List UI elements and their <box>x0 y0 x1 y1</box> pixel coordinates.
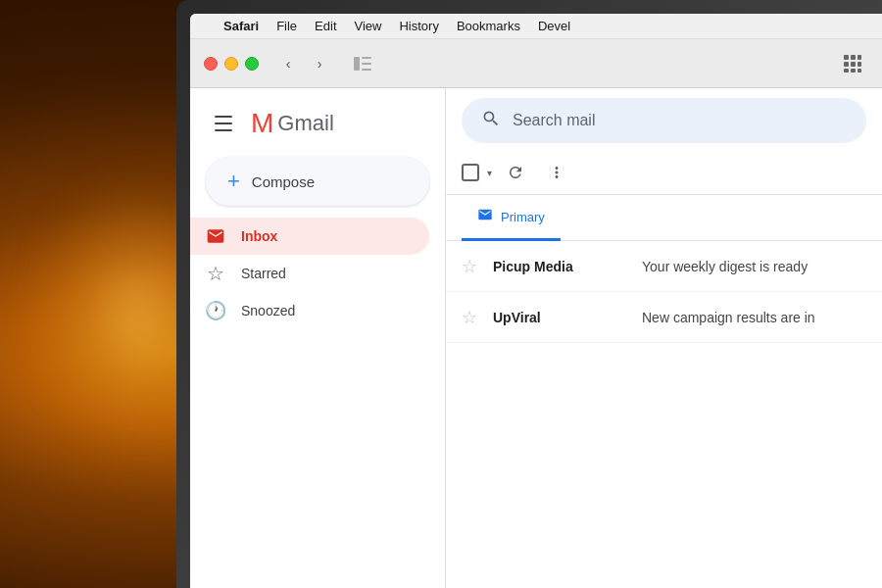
gmail-m-letter: M <box>251 110 273 137</box>
gmail-wordmark: Gmail <box>277 111 333 136</box>
forward-button[interactable]: › <box>306 51 333 76</box>
search-placeholder-text: Search mail <box>513 112 595 129</box>
inbox-icon <box>206 226 225 246</box>
menu-edit[interactable]: Edit <box>315 19 336 33</box>
menu-safari[interactable]: Safari <box>223 19 259 33</box>
svg-rect-10 <box>844 69 849 73</box>
gmail-area: M Gmail + Compose Inbox <box>190 88 882 588</box>
gmail-sidebar: M Gmail + Compose Inbox <box>190 88 445 588</box>
svg-rect-0 <box>354 57 360 71</box>
email-star-1[interactable]: ☆ <box>462 256 481 277</box>
email-sender-1: Picup Media <box>493 259 630 274</box>
compose-label: Compose <box>252 173 315 190</box>
snoozed-label: Snoozed <box>241 303 295 318</box>
menu-devel[interactable]: Devel <box>538 19 570 33</box>
svg-rect-12 <box>858 69 861 73</box>
svg-rect-6 <box>858 55 861 60</box>
screen: Safari File Edit View History Bookmarks … <box>190 14 882 588</box>
email-star-2[interactable]: ☆ <box>462 307 481 328</box>
svg-rect-11 <box>851 69 856 73</box>
browser-chrome: ‹ › <box>190 39 882 88</box>
menu-view[interactable]: View <box>355 19 382 33</box>
select-all-checkbox[interactable] <box>462 164 479 181</box>
close-window-button[interactable] <box>204 57 218 71</box>
sidebar-item-snoozed[interactable]: 🕐 Snoozed <box>190 292 429 329</box>
sidebar-item-inbox[interactable]: Inbox <box>190 218 429 255</box>
svg-rect-7 <box>844 62 849 67</box>
starred-icon: ☆ <box>206 264 225 283</box>
email-subject-1: Your weekly digest is ready <box>642 259 866 274</box>
grid-apps-button[interactable] <box>837 51 868 76</box>
svg-rect-3 <box>362 69 371 71</box>
email-sender-2: UpViral <box>493 310 630 325</box>
svg-rect-5 <box>851 55 856 60</box>
svg-rect-8 <box>851 62 856 67</box>
svg-rect-4 <box>844 55 849 60</box>
sidebar-toggle-button[interactable] <box>347 51 378 76</box>
email-row[interactable]: ☆ Picup Media Your weekly digest is read… <box>446 241 882 292</box>
hamburger-menu-button[interactable] <box>206 106 241 141</box>
hamburger-line-1 <box>215 116 232 118</box>
compose-button[interactable]: + Compose <box>206 157 429 206</box>
snoozed-icon: 🕐 <box>206 301 225 320</box>
grid-icon <box>844 55 861 73</box>
toolbar-row: ▾ <box>446 151 882 195</box>
refresh-button[interactable] <box>498 155 533 190</box>
laptop-frame: Safari File Edit View History Bookmarks … <box>176 0 882 588</box>
nav-buttons: ‹ › <box>274 51 333 76</box>
svg-rect-1 <box>362 57 371 59</box>
primary-tab-label: Primary <box>501 210 545 224</box>
gmail-logo: M Gmail <box>251 110 334 137</box>
starred-label: Starred <box>241 266 286 281</box>
email-row[interactable]: ☆ UpViral New campaign results are in <box>446 292 882 343</box>
search-icon <box>481 109 501 133</box>
more-options-button[interactable] <box>539 155 574 190</box>
fullscreen-window-button[interactable] <box>245 57 259 71</box>
hamburger-line-3 <box>215 129 232 131</box>
email-subject-2: New campaign results are in <box>642 310 866 325</box>
compose-plus-icon: + <box>227 171 240 192</box>
content-area: Search mail ▾ <box>445 88 882 588</box>
select-dropdown-arrow[interactable]: ▾ <box>487 168 492 178</box>
menu-bar: Safari File Edit View History Bookmarks … <box>190 14 882 39</box>
svg-rect-2 <box>362 63 371 65</box>
menu-history[interactable]: History <box>399 19 438 33</box>
sidebar-toggle-icon <box>354 57 371 71</box>
sidebar-item-starred[interactable]: ☆ Starred <box>190 255 429 292</box>
tab-primary[interactable]: Primary <box>462 195 561 241</box>
menu-file[interactable]: File <box>276 19 297 33</box>
menu-bookmarks[interactable]: Bookmarks <box>457 19 520 33</box>
search-box[interactable]: Search mail <box>462 98 866 143</box>
tabs-row: Primary <box>446 195 882 241</box>
search-bar-row: Search mail <box>446 88 882 151</box>
hamburger-line-2 <box>215 122 232 124</box>
inbox-label: Inbox <box>241 228 277 244</box>
svg-rect-9 <box>858 62 861 67</box>
traffic-lights <box>204 57 259 71</box>
gmail-header: M Gmail <box>190 98 445 153</box>
email-list: ☆ Picup Media Your weekly digest is read… <box>446 241 882 588</box>
minimize-window-button[interactable] <box>224 57 238 71</box>
back-button[interactable]: ‹ <box>274 51 302 76</box>
primary-tab-icon <box>477 207 493 226</box>
